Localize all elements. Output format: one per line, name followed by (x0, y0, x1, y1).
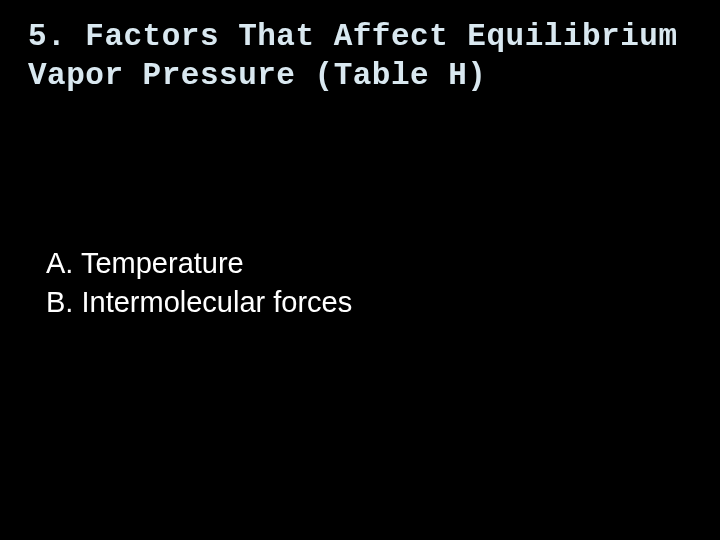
slide-heading: 5. Factors That Affect Equilibrium Vapor… (0, 0, 720, 96)
slide-container: 5. Factors That Affect Equilibrium Vapor… (0, 0, 720, 540)
heading-line-1: 5. Factors That Affect Equilibrium (28, 19, 678, 54)
body-item-a: A. Temperature (46, 244, 720, 283)
slide-body: A. Temperature B. Intermolecular forces (0, 96, 720, 322)
heading-line-2: Vapor Pressure (Table H) (28, 58, 486, 93)
body-item-b: B. Intermolecular forces (46, 283, 720, 322)
